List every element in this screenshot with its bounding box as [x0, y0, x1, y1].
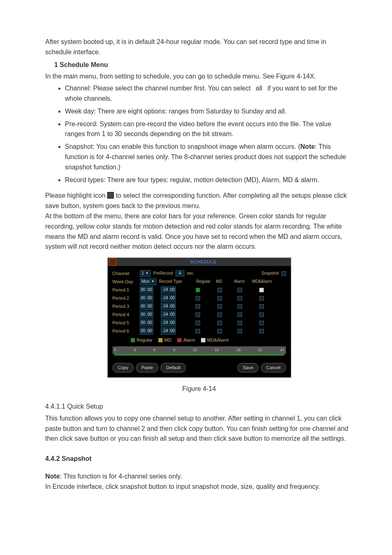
period-to[interactable]: -24 :00: [161, 286, 176, 294]
period-to[interactable]: -24 :00: [161, 319, 176, 326]
color-bar-explanation: At the bottom of the menu, there are col…: [45, 211, 353, 252]
tick-0: 0: [114, 347, 116, 353]
col-mdalarm: MD&Alarm: [252, 278, 272, 285]
bullet-snapshot-lead: Snapshot: You can enable this function t…: [65, 143, 300, 150]
snapshot-body: In Encode interface, click snapshot butt…: [45, 482, 353, 492]
tick-12: 12: [193, 347, 197, 353]
period-alarm-checkbox[interactable]: [238, 321, 242, 325]
period-row-5: Period 500 :00-24 :00: [113, 319, 286, 327]
legend-mdalarm: MD&Alarm: [207, 337, 229, 344]
period-from[interactable]: 00 :00: [140, 303, 154, 310]
period-regular-checkbox[interactable]: [196, 312, 200, 317]
period-from[interactable]: 00 :00: [140, 319, 154, 326]
legend-mdalarm-icon: [201, 338, 205, 342]
period-alarm-checkbox[interactable]: [238, 312, 242, 317]
tick-18: 18: [236, 347, 240, 353]
period-alarm-checkbox[interactable]: [238, 329, 242, 333]
period-regular-checkbox[interactable]: [196, 304, 200, 309]
intro-text: After system booted up, it is in default…: [45, 37, 353, 58]
period-from[interactable]: 00 :00: [140, 327, 154, 335]
highlight-icon: [107, 192, 114, 199]
period-regular-checkbox[interactable]: [196, 329, 200, 333]
paste-button[interactable]: Paste: [136, 363, 158, 372]
weekday-label: Week Day: [113, 278, 137, 285]
legend-md-icon: [158, 338, 163, 342]
bullet-prerecord: Pre-record: System can pre-record the vi…: [65, 119, 353, 140]
prerecord-label: PreRecord: [153, 270, 173, 277]
prerecord-input[interactable]: 4: [175, 270, 184, 277]
period-mdalarm-checkbox[interactable]: [259, 288, 264, 292]
section-1-line: In the main menu, from setting to schedu…: [45, 72, 353, 82]
snapshot-note-label: Note: [45, 473, 60, 480]
cancel-button[interactable]: Cancel: [261, 363, 286, 372]
tick-9: 9: [173, 347, 175, 353]
channel-value: 1: [142, 270, 144, 277]
period-label: Period 1: [113, 287, 137, 294]
period-row-1: Period 100 :00-24 :00: [113, 286, 286, 294]
period-regular-checkbox[interactable]: [196, 288, 200, 292]
period-md-checkbox[interactable]: [217, 304, 222, 309]
weekday-value: Mon: [142, 278, 150, 285]
period-md-checkbox[interactable]: [217, 296, 222, 301]
legend-row: Regular MD Alarm MD&Alarm: [131, 337, 286, 344]
weekday-select[interactable]: Mon▼: [140, 278, 157, 285]
snapshot-note-line: Note: This function is for 4-channel ser…: [45, 472, 353, 482]
channel-select[interactable]: 1▼: [140, 270, 151, 277]
snapshot-checkbox[interactable]: [281, 271, 286, 276]
tick-24: 24: [280, 347, 284, 353]
section-1-title: 1 Schedule Menu: [54, 60, 353, 70]
period-md-checkbox[interactable]: [217, 321, 222, 325]
copy-button[interactable]: Copy: [113, 363, 134, 372]
bullet-list: Channel: Please select the channel numbe…: [45, 83, 353, 185]
period-from[interactable]: 00 :00: [140, 311, 154, 318]
period-regular-checkbox[interactable]: [196, 321, 200, 325]
period-md-checkbox[interactable]: [217, 329, 222, 333]
period-label: Period 2: [113, 295, 137, 302]
save-button[interactable]: Save: [238, 363, 258, 372]
period-label: Period 3: [113, 303, 137, 310]
period-mdalarm-checkbox[interactable]: [259, 304, 264, 309]
period-to[interactable]: -24 :00: [161, 327, 176, 335]
period-mdalarm-checkbox[interactable]: [259, 312, 264, 317]
col-alarm: Alarm: [234, 278, 249, 285]
period-to[interactable]: -24 :00: [161, 294, 176, 302]
period-mdalarm-checkbox[interactable]: [259, 329, 264, 333]
figure-caption: Figure 4-14: [45, 384, 353, 394]
bullet-snapshot: Snapshot: You can enable this function t…: [65, 142, 353, 172]
schedule-screenshot: SCHEDULE Channel 1▼ PreRecord 4 sec. Sna…: [107, 257, 292, 378]
period-mdalarm-checkbox[interactable]: [259, 321, 264, 325]
period-md-checkbox[interactable]: [217, 312, 222, 317]
period-label: Period 5: [113, 319, 137, 326]
period-alarm-checkbox[interactable]: [238, 304, 242, 309]
tick-21: 21: [258, 347, 262, 353]
period-from[interactable]: 00 :00: [140, 294, 154, 302]
legend-alarm: Alarm: [183, 337, 195, 344]
chevron-down-icon: ▼: [151, 279, 154, 284]
period-label: Period 6: [113, 328, 137, 335]
col-regular: Regular: [196, 278, 213, 285]
period-to[interactable]: -24 :00: [161, 303, 176, 310]
window-icon: [109, 258, 116, 266]
period-alarm-checkbox[interactable]: [238, 288, 242, 292]
highlight-instruction: Please highlight icon to select the corr…: [45, 191, 353, 211]
period-to[interactable]: -24 :00: [161, 311, 176, 318]
channel-label: Channel: [113, 270, 137, 277]
period-regular-checkbox[interactable]: [196, 296, 200, 301]
period-row-4: Period 400 :00-24 :00: [113, 310, 286, 319]
period-row-2: Period 200 :00-24 :00: [113, 294, 286, 302]
period-alarm-checkbox[interactable]: [238, 296, 242, 301]
col-md: MD: [216, 278, 231, 285]
bullet-recordtypes: Record types: There are four types: regu…: [65, 175, 353, 185]
period-md-checkbox[interactable]: [217, 288, 222, 292]
legend-regular: Regular: [137, 337, 153, 344]
tick-3: 3: [134, 347, 136, 353]
legend-md: MD: [164, 337, 171, 344]
highlight-lead: Please highlight icon: [45, 192, 107, 199]
default-button[interactable]: Default: [161, 363, 186, 372]
timeline-bar: [114, 354, 284, 356]
tick-6: 6: [153, 347, 155, 353]
period-mdalarm-checkbox[interactable]: [259, 296, 264, 301]
legend-alarm-icon: [177, 338, 182, 342]
quick-setup-title: 4.4.1.1 Quick Setup: [45, 402, 353, 412]
period-from[interactable]: 00 :00: [140, 286, 154, 294]
